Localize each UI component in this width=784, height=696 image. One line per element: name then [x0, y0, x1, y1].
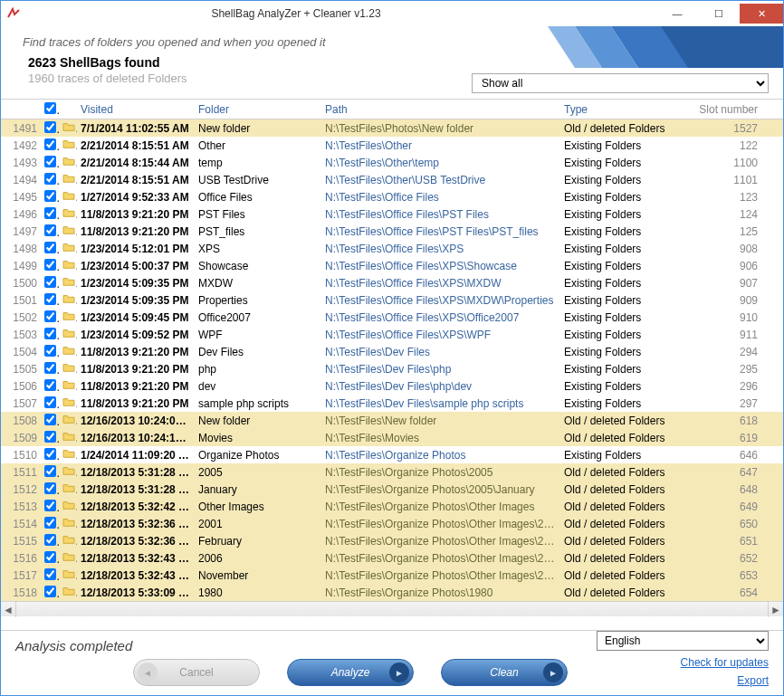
row-checkbox[interactable]: [41, 446, 59, 464]
cell-folder: dev: [195, 378, 321, 395]
row-checkbox[interactable]: [41, 188, 59, 206]
row-number: 1513: [1, 499, 41, 515]
row-checkbox[interactable]: [41, 429, 59, 447]
row-checkbox[interactable]: [41, 240, 59, 258]
row-number: 1517: [1, 567, 41, 584]
cell-folder: Showcase: [195, 258, 321, 274]
table-row[interactable]: 15031/23/2014 5:09:52 PMWPFN:\TestFiles\…: [1, 326, 783, 343]
table-row[interactable]: 151512/18/2013 5:32:36 PMFebruaryN:\Test…: [1, 532, 783, 549]
row-checkbox[interactable]: [41, 481, 59, 499]
row-checkbox[interactable]: [41, 274, 59, 292]
row-number: 1505: [1, 361, 41, 377]
table-row[interactable]: 149711/8/2013 9:21:20 PMPST_filesN:\Test…: [1, 223, 783, 240]
cell-slot: 907: [687, 275, 761, 291]
table-row[interactable]: 14917/1/2014 11:02:55 AMNew folderN:\Tes…: [1, 119, 783, 137]
filter-dropdown[interactable]: Show all: [472, 73, 769, 93]
cancel-button[interactable]: ◄ Cancel: [133, 659, 260, 686]
clean-button[interactable]: Clean ►: [441, 659, 568, 686]
row-checkbox[interactable]: [41, 154, 59, 172]
table-row[interactable]: 151712/18/2013 5:32:43 PMNovemberN:\Test…: [1, 567, 783, 584]
col-slot[interactable]: Slot number: [687, 101, 761, 118]
table-row[interactable]: 151212/18/2013 5:31:28 PMJanuaryN:\TestF…: [1, 481, 783, 498]
maximize-button[interactable]: ☐: [698, 4, 740, 24]
scroll-left-icon[interactable]: ◄: [1, 602, 16, 617]
row-checkbox[interactable]: [41, 549, 59, 567]
row-checkbox[interactable]: [41, 377, 59, 396]
row-checkbox[interactable]: [41, 532, 59, 550]
table-row[interactable]: 149611/8/2013 9:21:20 PMPST FilesN:\Test…: [1, 205, 783, 223]
row-checkbox[interactable]: [41, 171, 59, 189]
col-path[interactable]: Path: [321, 101, 560, 118]
table-row[interactable]: 150812/16/2013 10:24:03 AMNew folderN:\T…: [1, 412, 783, 429]
cell-visited: 7/1/2014 11:02:55 AM: [77, 120, 195, 137]
language-dropdown[interactable]: English: [597, 631, 769, 651]
cell-slot: 1101: [687, 172, 761, 188]
select-all-checkbox[interactable]: [44, 102, 56, 114]
table-row[interactable]: 151612/18/2013 5:32:43 PM2006N:\TestFile…: [1, 549, 783, 567]
col-visited[interactable]: Visited: [77, 101, 195, 118]
col-folder[interactable]: Folder: [195, 101, 321, 118]
table-row[interactable]: 151412/18/2013 5:32:36 PM2001N:\TestFile…: [1, 515, 783, 532]
table-row[interactable]: 14951/27/2014 9:52:33 AMOffice FilesN:\T…: [1, 188, 783, 205]
table-row[interactable]: 15021/23/2014 5:09:45 PMOffice2007N:\Tes…: [1, 309, 783, 326]
cell-visited: 11/8/2013 9:21:20 PM: [77, 224, 195, 240]
table-row[interactable]: 150912/16/2013 10:24:16 AMMoviesN:\TestF…: [1, 429, 783, 446]
horizontal-scrollbar[interactable]: ◄ ►: [1, 601, 783, 616]
table-row[interactable]: 14932/21/2014 8:15:44 AMtempN:\TestFiles…: [1, 154, 783, 171]
analyze-button[interactable]: Analyze ►: [287, 659, 414, 686]
chevron-left-icon: ◄: [138, 663, 158, 682]
cell-slot: 125: [687, 224, 761, 240]
table-row[interactable]: 150511/8/2013 9:21:20 PMphpN:\TestFiles\…: [1, 360, 783, 377]
table-row[interactable]: 14981/23/2014 5:12:01 PMXPSN:\TestFiles\…: [1, 240, 783, 257]
row-checkbox[interactable]: [41, 205, 59, 224]
row-checkbox[interactable]: [41, 326, 59, 344]
row-checkbox[interactable]: [41, 412, 59, 430]
row-checkbox[interactable]: [41, 360, 59, 378]
table-row[interactable]: 14942/21/2014 8:15:51 AMUSB TestDriveN:\…: [1, 171, 783, 188]
row-number: 1504: [1, 344, 41, 360]
cell-folder: PST_files: [195, 224, 321, 240]
check-updates-link[interactable]: Check for updates: [681, 656, 769, 669]
table-row[interactable]: 14991/23/2014 5:00:37 PMShowcaseN:\TestF…: [1, 257, 783, 274]
row-checkbox[interactable]: [41, 343, 59, 361]
cell-path: N:\TestFiles\Other\temp: [321, 155, 560, 171]
table-row[interactable]: 151312/18/2013 5:32:42 PMOther ImagesN:\…: [1, 498, 783, 515]
table-row[interactable]: 150611/8/2013 9:21:20 PMdevN:\TestFiles\…: [1, 377, 783, 395]
row-checkbox[interactable]: [41, 309, 59, 327]
cell-folder: New folder: [195, 120, 321, 137]
row-checkbox[interactable]: [41, 395, 59, 413]
table-row[interactable]: 151812/18/2013 5:33:09 PM1980N:\TestFile…: [1, 584, 783, 601]
row-checkbox[interactable]: [41, 291, 59, 310]
row-checkbox[interactable]: [41, 119, 59, 138]
minimize-button[interactable]: —: [656, 4, 698, 24]
row-checkbox[interactable]: [41, 257, 59, 275]
table-row[interactable]: 151112/18/2013 5:31:28 PM2005N:\TestFile…: [1, 463, 783, 481]
col-checkbox[interactable]: [41, 100, 59, 119]
row-checkbox[interactable]: [41, 567, 59, 585]
folder-icon: [59, 326, 77, 343]
table-row[interactable]: 15101/24/2014 11:09:20 AMOrganize Photos…: [1, 446, 783, 463]
row-checkbox[interactable]: [41, 515, 59, 533]
row-number: 1499: [1, 258, 41, 274]
table-row[interactable]: 150411/8/2013 9:21:20 PMDev FilesN:\Test…: [1, 343, 783, 360]
folder-icon: [59, 137, 77, 154]
row-checkbox[interactable]: [41, 498, 59, 516]
cell-type: Old / deleted Folders: [560, 413, 687, 429]
row-checkbox[interactable]: [41, 223, 59, 241]
cell-folder: 2001: [195, 516, 321, 532]
cell-type: Old / deleted Folders: [560, 516, 687, 532]
export-link[interactable]: Export: [737, 674, 769, 687]
row-number: 1507: [1, 396, 41, 412]
scroll-right-icon[interactable]: ►: [768, 602, 783, 617]
cell-visited: 1/23/2014 5:09:35 PM: [77, 275, 195, 291]
table-row[interactable]: 15001/23/2014 5:09:35 PMMXDWN:\TestFiles…: [1, 274, 783, 291]
table-row[interactable]: 150711/8/2013 9:21:20 PMsample php scrip…: [1, 395, 783, 412]
col-type[interactable]: Type: [560, 101, 687, 118]
row-checkbox[interactable]: [41, 584, 59, 602]
table-row[interactable]: 14922/21/2014 8:15:51 AMOtherN:\TestFile…: [1, 137, 783, 154]
row-checkbox[interactable]: [41, 463, 59, 481]
close-button[interactable]: ✕: [740, 4, 783, 24]
row-checkbox[interactable]: [41, 137, 59, 155]
row-number: 1491: [1, 120, 41, 137]
table-row[interactable]: 15011/23/2014 5:09:35 PMPropertiesN:\Tes…: [1, 291, 783, 309]
